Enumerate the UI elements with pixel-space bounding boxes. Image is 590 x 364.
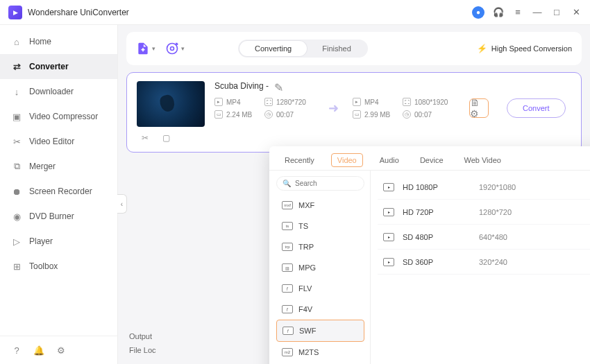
trim-icon[interactable]: ✂	[140, 132, 151, 144]
sidebar-item-label: Merger	[29, 162, 56, 171]
sidebar-item-label: Downloader	[29, 87, 74, 96]
format-item-trp[interactable]: trpTRP	[276, 236, 364, 257]
format-item-ts[interactable]: tsTS	[276, 216, 364, 236]
src-resolution: 1280*720	[276, 98, 306, 106]
svg-point-1	[171, 47, 174, 51]
file-icon: ts	[282, 222, 293, 230]
add-file-button[interactable]: ▾	[136, 42, 155, 55]
format-label: MPG	[298, 263, 316, 272]
titlebar: Wondershare UniConverter ● 🎧 ≡ — □ ✕	[0, 0, 590, 25]
bolt-icon: ⚡	[477, 44, 487, 53]
output-settings-button[interactable]: 🗎⚙	[469, 98, 489, 118]
format-search-input[interactable]	[295, 180, 357, 187]
home-icon: ⌂	[11, 36, 22, 47]
compressor-icon: ▣	[11, 111, 22, 122]
video-icon: ▸	[383, 208, 394, 216]
resolution-dim: 320*240	[479, 258, 590, 266]
popover-tab-audio[interactable]: Audio	[376, 153, 403, 170]
notifications-icon[interactable]: 🔔	[33, 345, 44, 356]
format-item-mpg[interactable]: ▥MPG	[276, 257, 364, 278]
resolution-name: SD 480P	[403, 233, 479, 241]
popover-tab-video[interactable]: Video	[331, 153, 363, 167]
resolution-item-1080p[interactable]: ▸ HD 1080P 1920*1080 ✎	[378, 175, 590, 200]
user-avatar-icon[interactable]: ●	[472, 6, 484, 19]
download-icon: ↓	[11, 86, 22, 97]
src-size: 2.24 MB	[226, 111, 252, 119]
sidebar-item-video-editor[interactable]: ✂ Video Editor	[0, 129, 117, 154]
format-search[interactable]: 🔍	[276, 176, 364, 191]
help-icon[interactable]: ?	[11, 345, 22, 356]
format-item-flv[interactable]: ƒFLV	[276, 278, 364, 299]
file-icon: mxf	[282, 201, 293, 209]
sidebar-item-downloader[interactable]: ↓ Downloader	[0, 79, 117, 104]
file-icon: ▥	[282, 263, 293, 272]
format-item-m2ts[interactable]: m2M2TS	[276, 342, 364, 363]
sidebar: ⌂ Home ⇄ Converter ↓ Downloader ▣ Video …	[0, 25, 118, 364]
sidebar-item-converter[interactable]: ⇄ Converter	[0, 54, 117, 79]
minimize-button[interactable]: —	[532, 7, 543, 18]
video-icon: ▸	[383, 258, 394, 266]
menu-icon[interactable]: ≡	[512, 7, 523, 18]
sidebar-item-dvd-burner[interactable]: ◉ DVD Burner	[0, 204, 117, 229]
file-icon: trp	[282, 243, 293, 251]
sidebar-item-home[interactable]: ⌂ Home	[0, 29, 117, 54]
resolution-item-720p[interactable]: ▸ HD 720P 1280*720 ✎	[378, 200, 590, 225]
resolution-dim: 1280*720	[479, 208, 590, 216]
support-icon[interactable]: 🎧	[493, 7, 504, 18]
sidebar-item-player[interactable]: ▷ Player	[0, 229, 117, 254]
maximize-button[interactable]: □	[551, 7, 562, 18]
format-icon: ▸	[214, 98, 223, 106]
folder-icon: ▭	[214, 110, 223, 119]
sidebar-item-label: Video Compressor	[29, 112, 98, 121]
format-popover: Recently Video Audio Device Web Video 🔍 …	[269, 146, 590, 364]
settings-icon[interactable]: ⚙	[56, 345, 67, 356]
popover-tab-recently[interactable]: Recently	[280, 153, 319, 170]
task-title: Scuba Diving -	[214, 81, 269, 91]
format-label: M2TS	[298, 348, 319, 356]
chevron-down-icon: ▾	[152, 45, 155, 52]
resolution-item-480p[interactable]: ▸ SD 480P 640*480 ✎	[378, 225, 590, 250]
sidebar-item-merger[interactable]: ⧉ Merger	[0, 154, 117, 179]
crop-icon[interactable]: ▢	[160, 132, 171, 144]
resolution-icon: ⛶	[264, 98, 273, 106]
format-item-f4v[interactable]: ƒF4V	[276, 299, 364, 320]
convert-button[interactable]: Convert	[507, 98, 566, 118]
file-icon: ƒ	[282, 305, 293, 313]
toolbox-icon: ⊞	[11, 261, 22, 272]
format-item-swf[interactable]: ƒSWF	[276, 320, 364, 342]
resolution-item-360p[interactable]: ▸ SD 360P 320*240 ✎	[378, 250, 590, 275]
sidebar-collapse-handle[interactable]: ‹	[117, 194, 127, 214]
app-title: Wondershare UniConverter	[28, 8, 129, 17]
high-speed-toggle[interactable]: ⚡ High Speed Conversion	[477, 44, 572, 53]
format-label: MXF	[298, 201, 314, 209]
chevron-down-icon: ▾	[181, 45, 185, 52]
sidebar-item-screen-recorder[interactable]: ⏺ Screen Recorder	[0, 179, 117, 204]
editor-icon: ✂	[11, 136, 22, 147]
add-file-icon	[136, 42, 150, 55]
edit-title-icon[interactable]: ✎	[274, 81, 284, 91]
src-format: MP4	[226, 98, 241, 106]
merger-icon: ⧉	[11, 161, 22, 172]
resolution-dim: 1920*1080	[479, 183, 590, 191]
video-thumbnail[interactable]	[137, 81, 205, 127]
add-dvd-button[interactable]: ▾	[165, 42, 185, 55]
dvd-icon: ◉	[11, 211, 22, 222]
tab-converting[interactable]: Converting	[239, 41, 307, 56]
popover-tab-web-video[interactable]: Web Video	[460, 153, 505, 170]
close-button[interactable]: ✕	[571, 7, 582, 18]
resolution-name: HD 720P	[403, 208, 479, 216]
resolution-name: HD 1080P	[403, 183, 479, 191]
popover-tab-device[interactable]: Device	[416, 153, 448, 170]
arrow-right-icon: ➜	[326, 101, 342, 116]
sidebar-item-video-compressor[interactable]: ▣ Video Compressor	[0, 104, 117, 129]
format-item-mxf[interactable]: mxfMXF	[276, 195, 364, 216]
task-card[interactable]: Scuba Diving - ✎ ▸MP4 ▭2.24 MB ⛶1280*720…	[126, 72, 582, 153]
dst-duration: 00:07	[414, 111, 432, 119]
sidebar-item-toolbox[interactable]: ⊞ Toolbox	[0, 254, 117, 279]
format-label: FLV	[298, 284, 312, 293]
format-label: TS	[298, 222, 308, 230]
file-location-label: File Loc	[129, 346, 171, 354]
tab-finished[interactable]: Finished	[307, 41, 366, 56]
player-icon: ▷	[11, 236, 22, 247]
sidebar-item-label: Player	[29, 236, 53, 246]
